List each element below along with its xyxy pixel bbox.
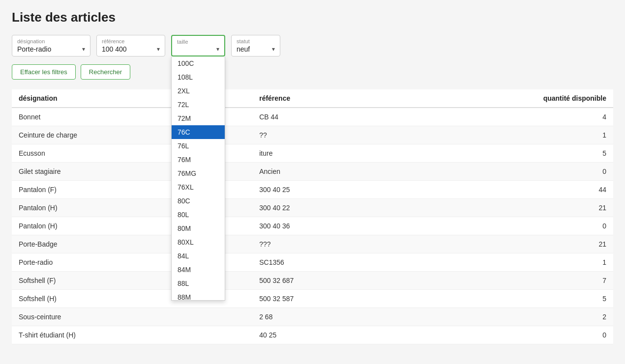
table-row: T-shirt étudiant (H) 40 25 0: [12, 326, 613, 344]
taille-option[interactable]: 88M: [172, 290, 225, 300]
cell-reference: Ancien: [252, 163, 493, 181]
taille-option[interactable]: 108L: [172, 70, 225, 84]
taille-option[interactable]: 76M: [172, 153, 225, 167]
taille-option[interactable]: 100C: [172, 56, 225, 70]
filters-row: désignation Porte-radio ▾ référence 100 …: [12, 35, 613, 56]
table-row: Pantalon (H) 300 40 22 21: [12, 199, 613, 217]
cell-quantite: 44: [493, 181, 613, 199]
reference-filter[interactable]: référence 100 400 ▾: [96, 35, 165, 56]
taille-option[interactable]: 2XL: [172, 84, 225, 98]
cell-designation: Sous-ceinture: [12, 308, 252, 326]
cell-reference: 300 40 22: [252, 199, 493, 217]
taille-filter-value-row: ▾: [177, 46, 219, 53]
cell-quantite: 5: [493, 144, 613, 163]
taille-option[interactable]: 84M: [172, 263, 225, 277]
taille-option[interactable]: 76C: [172, 125, 225, 139]
table-row: Softshell (H) 500 32 587 5: [12, 290, 613, 308]
col-reference: référence: [252, 89, 493, 108]
reference-chevron-icon: ▾: [157, 46, 160, 53]
designation-chevron-icon: ▾: [82, 46, 85, 53]
reference-filter-label: référence: [102, 38, 160, 44]
taille-option[interactable]: 80XL: [172, 235, 225, 249]
table-row: Pantalon (H) 300 40 36 0: [12, 217, 613, 235]
articles-table: désignation référence quantité disponibl…: [12, 89, 613, 344]
statut-filter-value: neuf: [237, 45, 250, 53]
col-quantite: quantité disponible: [493, 89, 613, 108]
designation-filter-value-row: Porte-radio ▾: [17, 45, 85, 53]
designation-filter-label: désignation: [17, 38, 85, 44]
table-row: Softshell (F) 500 32 687 7: [12, 272, 613, 290]
cell-quantite: 1: [493, 253, 613, 272]
cell-quantite: 21: [493, 199, 613, 217]
table-row: Gilet stagiaire Ancien 0: [12, 163, 613, 181]
taille-filter-wrapper: taille ▾ 100C108L2XL72L72M76C76L76M76MG7…: [171, 35, 225, 56]
search-button[interactable]: Rechercher: [81, 64, 130, 80]
page-title: Liste des articles: [12, 10, 613, 25]
taille-chevron-icon: ▾: [216, 46, 219, 53]
reference-filter-value-row: 100 400 ▾: [102, 45, 160, 53]
table-row: Ceinture de charge ?? 1: [12, 126, 613, 144]
cell-reference: 300 40 36: [252, 217, 493, 235]
table-row: Bonnet CB 44 4: [12, 108, 613, 126]
clear-filters-button[interactable]: Effacer les filtres: [12, 64, 76, 80]
table-row: Porte-Badge ??? 21: [12, 235, 613, 253]
taille-filter[interactable]: taille ▾: [171, 35, 225, 56]
action-row: Effacer les filtres Rechercher: [12, 64, 613, 80]
cell-reference: CB 44: [252, 108, 493, 126]
statut-filter-value-row: neuf ▾: [237, 45, 275, 53]
taille-option[interactable]: 80C: [172, 194, 225, 208]
cell-quantite: 1: [493, 126, 613, 144]
taille-dropdown-list: 100C108L2XL72L72M76C76L76M76MG76XL80C80L…: [172, 56, 225, 300]
cell-reference: 300 40 25: [252, 181, 493, 199]
cell-reference: 2 68: [252, 308, 493, 326]
cell-reference: ??: [252, 126, 493, 144]
taille-filter-label: taille: [177, 39, 219, 45]
cell-quantite: 2: [493, 308, 613, 326]
statut-chevron-icon: ▾: [272, 46, 275, 53]
table-row: Pantalon (F) 300 40 25 44: [12, 181, 613, 199]
taille-option[interactable]: 80M: [172, 222, 225, 235]
cell-reference: 500 32 687: [252, 272, 493, 290]
cell-reference: ???: [252, 235, 493, 253]
table-row: Ecusson iture 5: [12, 144, 613, 163]
cell-designation: T-shirt étudiant (H): [12, 326, 252, 344]
cell-quantite: 7: [493, 272, 613, 290]
taille-dropdown: 100C108L2XL72L72M76C76L76M76MG76XL80C80L…: [171, 56, 225, 301]
cell-quantite: 0: [493, 217, 613, 235]
taille-option[interactable]: 72L: [172, 98, 225, 112]
cell-reference: 40 25: [252, 326, 493, 344]
designation-filter[interactable]: désignation Porte-radio ▾: [12, 35, 90, 56]
statut-filter-label: statut: [237, 38, 275, 44]
cell-quantite: 21: [493, 235, 613, 253]
statut-filter[interactable]: statut neuf ▾: [231, 35, 280, 56]
page-container: Liste des articles désignation Porte-rad…: [0, 0, 625, 354]
taille-option[interactable]: 72M: [172, 112, 225, 125]
reference-filter-value: 100 400: [102, 45, 127, 53]
taille-option[interactable]: 84L: [172, 249, 225, 263]
cell-reference: iture: [252, 144, 493, 163]
taille-option[interactable]: 88L: [172, 277, 225, 290]
cell-quantite: 5: [493, 290, 613, 308]
taille-option[interactable]: 76L: [172, 139, 225, 153]
taille-option[interactable]: 76XL: [172, 180, 225, 194]
cell-quantite: 0: [493, 326, 613, 344]
table-row: Porte-radio SC1356 1: [12, 253, 613, 272]
table-row: Sous-ceinture 2 68 2: [12, 308, 613, 326]
designation-filter-value: Porte-radio: [17, 45, 51, 53]
table-header-row: désignation référence quantité disponibl…: [12, 89, 613, 108]
cell-reference: SC1356: [252, 253, 493, 272]
taille-option[interactable]: 80L: [172, 208, 225, 222]
cell-reference: 500 32 587: [252, 290, 493, 308]
taille-option[interactable]: 76MG: [172, 167, 225, 180]
cell-quantite: 4: [493, 108, 613, 126]
cell-quantite: 0: [493, 163, 613, 181]
